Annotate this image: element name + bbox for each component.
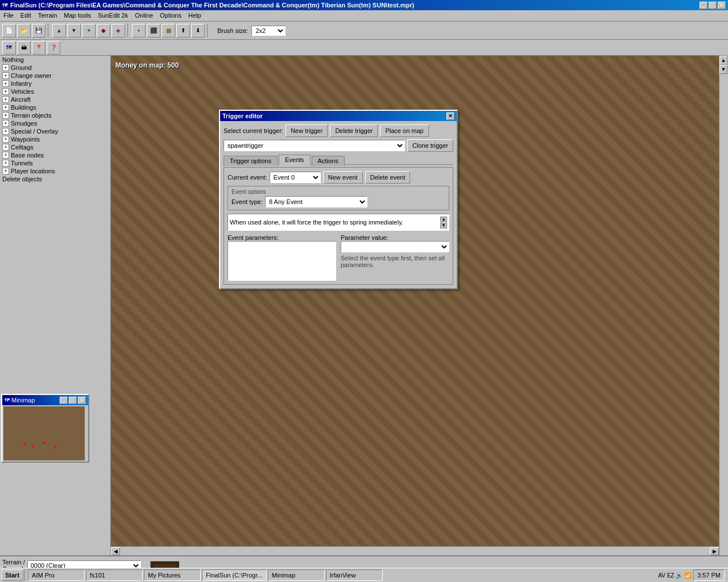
brush-size-select[interactable]: 2x2 3x3 4x4 [251, 26, 286, 36]
map-container: Money on map: 500 Trigger editor ✕ Selec… [111, 56, 728, 555]
clone-trigger-button[interactable]: Clone trigger [407, 139, 453, 152]
place-on-map-button[interactable]: Place on map [380, 124, 428, 137]
tree-item-base-nodes[interactable]: + Base nodes [0, 151, 110, 159]
special-overlay-expander[interactable]: + [2, 128, 9, 135]
tab-trigger-options[interactable]: Trigger options [224, 156, 278, 166]
tool1-button[interactable]: ▲ [52, 24, 66, 38]
tool9-button[interactable]: ⬆ [176, 24, 190, 38]
celltags-expander[interactable]: + [2, 144, 9, 151]
minimap-maximize-button[interactable]: □ [69, 397, 77, 404]
base-nodes-expander[interactable]: + [2, 152, 9, 159]
tree-item-special-overlay[interactable]: + Special / Overlay [0, 127, 110, 135]
tree-item-waypoints[interactable]: + Waypoints [0, 135, 110, 143]
irfanview-label: IrfanView [330, 572, 356, 579]
tree-item-nothing[interactable]: Nothing [0, 56, 110, 64]
event-params-listbox[interactable] [228, 241, 336, 281]
tool5-button[interactable]: ◈ [111, 24, 125, 38]
map-scrollbar-vertical[interactable]: ▲ ▼ [719, 56, 728, 555]
current-trigger-select[interactable]: spawntrigger [224, 140, 405, 151]
maximize-button[interactable]: □ [709, 2, 717, 9]
minimap-minimize-button[interactable]: _ [60, 397, 68, 404]
waypoints-expander[interactable]: + [2, 136, 9, 143]
tree-item-infantry[interactable]: + Infantry [0, 80, 110, 88]
new-trigger-button[interactable]: New trigger [286, 124, 328, 137]
minimap-dot-4 [55, 446, 57, 448]
tree-item-celltags[interactable]: + Celltags [0, 143, 110, 151]
tool4-button[interactable]: ◆ [97, 24, 110, 38]
tree-item-player-locations[interactable]: + Player locations [0, 167, 110, 175]
scroll-left-button[interactable]: ◀ [111, 547, 120, 555]
save-button[interactable]: 💾 [32, 24, 46, 38]
tree-item-buildings[interactable]: + Buildings [0, 103, 110, 111]
start-button[interactable]: Start [1, 569, 23, 581]
tree-item-terrain-objects[interactable]: + Terrain objects [0, 111, 110, 119]
menu-help[interactable]: Help [185, 11, 205, 20]
new-button[interactable]: 📄 [2, 24, 16, 38]
minimap-close-button[interactable]: ✕ [78, 397, 86, 404]
tab-events[interactable]: Events [279, 155, 311, 165]
buildings-expander[interactable]: + [2, 104, 9, 111]
secondary-tool1[interactable]: 🗺 [2, 41, 16, 55]
infantry-expander[interactable]: + [2, 80, 9, 87]
menu-bar: File Edit Terrain Map tools SunEdit 2k O… [0, 10, 728, 22]
player-locations-expander[interactable]: + [2, 168, 9, 174]
dialog-title-bar[interactable]: Trigger editor ✕ [220, 111, 457, 121]
secondary-tool2[interactable]: 🏔 [17, 41, 31, 55]
menu-terrain[interactable]: Terrain [35, 11, 61, 20]
taskbar-fs101[interactable]: fs101 [86, 569, 143, 581]
aircraft-expander[interactable]: + [2, 96, 9, 103]
tree-item-delete-objects[interactable]: Delete objects [0, 175, 110, 183]
tool2-button[interactable]: ▼ [67, 24, 81, 38]
ground-expander[interactable]: + [2, 64, 9, 71]
tree-item-smudges[interactable]: + Smudges [0, 119, 110, 127]
new-event-button[interactable]: New event [323, 171, 363, 184]
desc-scroll-down[interactable]: ▼ [440, 223, 447, 228]
scroll-right-button[interactable]: ▶ [710, 547, 719, 555]
taskbar-finalsun[interactable]: FinalSun (C:\Progr... [202, 569, 267, 581]
taskbar-irfanview[interactable]: IrfanView [326, 569, 383, 581]
tool8-button[interactable]: ▦ [162, 24, 175, 38]
secondary-tool4[interactable]: ❓ [47, 41, 60, 55]
tree-item-tunnels[interactable]: + Tunnels [0, 159, 110, 167]
close-button[interactable]: ✕ [718, 2, 726, 9]
change-owner-expander[interactable]: + [2, 72, 9, 79]
minimize-button[interactable]: _ [700, 2, 708, 9]
smudges-expander[interactable]: + [2, 120, 9, 127]
open-button[interactable]: 📂 [17, 24, 31, 38]
terrain-objects-expander[interactable]: + [2, 112, 9, 119]
tree-item-aircraft[interactable]: + Aircraft [0, 95, 110, 103]
tree-item-change-owner[interactable]: + Change owner [0, 72, 110, 80]
tool7-button[interactable]: ⬛ [147, 24, 160, 38]
tree-item-vehicles[interactable]: + Vehicles [0, 88, 110, 95]
tool3-button[interactable]: ✦ [82, 24, 96, 38]
menu-online[interactable]: Online [131, 11, 156, 20]
menu-sunedit[interactable]: SunEdit 2k [94, 11, 131, 20]
desc-scroll-up[interactable]: ▲ [440, 217, 447, 222]
menu-edit[interactable]: Edit [17, 11, 35, 20]
taskbar-my-pictures[interactable]: My Pictures [144, 569, 201, 581]
map-scrollbar-horizontal[interactable]: ◀ ▶ [111, 546, 719, 555]
menu-map-tools[interactable]: Map tools [60, 11, 94, 20]
tool6-button[interactable]: ▪ [132, 24, 146, 38]
map-canvas[interactable]: Money on map: 500 Trigger editor ✕ Selec… [111, 56, 719, 546]
taskbar-aim-pro[interactable]: AIM Pro [28, 569, 85, 581]
tool10-button[interactable]: ⬇ [191, 24, 205, 38]
window-controls[interactable]: _ □ ✕ [700, 2, 726, 9]
menu-options[interactable]: Options [156, 11, 185, 20]
current-event-select[interactable]: Event 0 [270, 172, 321, 183]
taskbar-minimap[interactable]: Minimap [268, 569, 325, 581]
event-type-select[interactable]: 8 Any Event [265, 196, 367, 207]
delete-event-button[interactable]: Delete event [365, 171, 411, 184]
tunnels-expander[interactable]: + [2, 160, 9, 167]
minimap-title-bar[interactable]: 🗺 Minimap _ □ ✕ [2, 395, 88, 405]
tree-item-ground[interactable]: + Ground [0, 64, 110, 72]
tab-actions[interactable]: Actions [312, 156, 345, 166]
param-value-select[interactable] [341, 241, 449, 252]
delete-trigger-button[interactable]: Delete trigger [330, 124, 378, 137]
menu-file[interactable]: File [0, 11, 17, 20]
secondary-tool3[interactable]: 📍 [32, 41, 46, 55]
scroll-down-button[interactable]: ▼ [719, 65, 727, 74]
dialog-close-button[interactable]: ✕ [446, 113, 454, 120]
vehicles-expander[interactable]: + [2, 88, 9, 95]
scroll-up-button[interactable]: ▲ [719, 56, 727, 65]
